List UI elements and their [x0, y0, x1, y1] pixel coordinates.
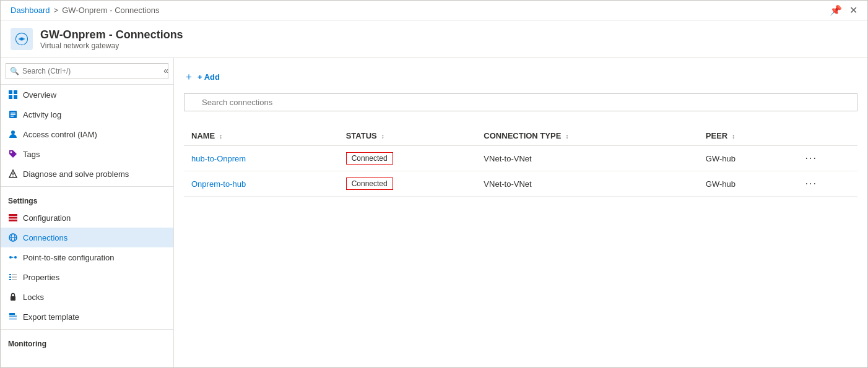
row2-peer: GW-hub — [698, 171, 798, 197]
sidebar-item-connections[interactable]: Connections — [1, 228, 173, 247]
table-row: Onprem-to-hub Connected VNet-to-VNet GW-… — [184, 171, 857, 197]
tags-icon — [8, 149, 18, 159]
col-actions — [797, 126, 857, 146]
svg-point-20 — [9, 256, 12, 259]
svg-rect-26 — [12, 276, 17, 278]
name-sort-icon[interactable]: ↕ — [219, 133, 222, 140]
search-icon: 🔍 — [10, 67, 19, 75]
svg-rect-32 — [9, 318, 17, 320]
table-row: hub-to-Onprem Connected VNet-to-VNet GW-… — [184, 146, 857, 171]
overview-icon — [8, 90, 18, 100]
top-bar-actions: 📌 ✕ — [830, 4, 857, 16]
connections-search-input[interactable] — [184, 93, 857, 111]
diagnose-icon — [8, 169, 18, 179]
header-text: GW-Onprem - Connections Virtual network … — [40, 28, 183, 50]
status-badge: Connected — [346, 178, 393, 190]
svg-rect-4 — [9, 95, 12, 99]
row1-actions: ··· — [797, 146, 857, 171]
top-bar: Dashboard > GW-Onprem - Connections 📌 ✕ — [1, 1, 867, 20]
svg-rect-28 — [12, 279, 17, 280]
svg-rect-12 — [12, 173, 14, 175]
status-badge: Connected — [346, 152, 393, 165]
add-button[interactable]: ＋ + Add — [184, 68, 220, 86]
svg-point-1 — [20, 38, 23, 40]
row1-status: Connected — [339, 146, 477, 171]
connections-icon — [8, 233, 18, 242]
table-header-row: NAME ↕ STATUS ↕ CONNECTION TYPE ↕ PEER — [184, 126, 857, 146]
row2-actions: ··· — [797, 171, 857, 197]
svg-point-10 — [11, 131, 15, 134]
svg-rect-13 — [12, 176, 14, 177]
row2-ellipsis-button[interactable]: ··· — [805, 178, 817, 189]
sidebar-item-iam[interactable]: Access control (IAM) — [1, 124, 173, 144]
configuration-icon — [8, 213, 18, 223]
activity-log-icon — [8, 109, 18, 119]
col-name: NAME ↕ — [184, 126, 339, 146]
sidebar-search-input[interactable] — [6, 63, 168, 79]
connection-type-sort-icon[interactable]: ↕ — [565, 133, 568, 140]
settings-divider — [1, 186, 173, 187]
sidebar-item-iam-label: Access control (IAM) — [23, 130, 97, 139]
sidebar-item-diagnose[interactable]: Diagnose and solve problems — [1, 164, 173, 184]
sidebar-item-configuration[interactable]: Configuration — [1, 208, 173, 228]
col-status: STATUS ↕ — [339, 126, 477, 146]
row1-connection-type: VNet-to-VNet — [476, 146, 698, 171]
breadcrumb: Dashboard > GW-Onprem - Connections — [11, 6, 159, 15]
table-header: NAME ↕ STATUS ↕ CONNECTION TYPE ↕ PEER — [184, 126, 857, 146]
settings-section-header: Settings — [1, 189, 173, 208]
row2-status: Connected — [339, 171, 477, 197]
p2s-icon — [8, 252, 18, 262]
main-layout: 🔍 « Overview Activity log — [1, 58, 867, 367]
sidebar-item-tags[interactable]: Tags — [1, 144, 173, 164]
col-peer: PEER ↕ — [698, 126, 798, 146]
svg-rect-31 — [9, 315, 17, 317]
monitoring-divider — [1, 329, 173, 330]
sidebar-item-overview[interactable]: Overview — [1, 85, 173, 105]
svg-rect-5 — [14, 95, 17, 99]
breadcrumb-separator: > — [54, 6, 59, 15]
sidebar-search-container: 🔍 — [1, 58, 173, 85]
col-connection-type: CONNECTION TYPE ↕ — [476, 126, 698, 146]
svg-rect-2 — [9, 90, 12, 94]
sidebar-item-configuration-label: Configuration — [23, 213, 71, 223]
row1-ellipsis-button[interactable]: ··· — [805, 153, 817, 164]
sidebar-item-activity-log[interactable]: Activity log — [1, 105, 173, 124]
svg-rect-7 — [11, 113, 15, 114]
locks-icon — [8, 292, 18, 302]
sidebar-item-properties[interactable]: Properties — [1, 267, 173, 287]
svg-rect-14 — [9, 214, 17, 216]
iam-icon — [8, 129, 18, 139]
svg-point-11 — [11, 152, 12, 153]
content-area: ＋ + Add 🔍 NAME ↕ STATUS ↕ — [174, 58, 867, 367]
svg-rect-9 — [11, 116, 14, 117]
sidebar-item-p2s-label: Point-to-site configuration — [23, 253, 114, 262]
sidebar-item-connections-label: Connections — [23, 233, 67, 242]
search-wrapper: 🔍 — [6, 63, 168, 79]
svg-rect-23 — [9, 274, 11, 275]
export-icon — [8, 312, 18, 322]
breadcrumb-current: GW-Onprem - Connections — [62, 6, 159, 15]
svg-rect-16 — [9, 220, 17, 221]
sidebar-item-locks[interactable]: Locks — [1, 287, 173, 307]
sidebar-item-p2s[interactable]: Point-to-site configuration — [1, 247, 173, 267]
svg-rect-27 — [9, 279, 11, 280]
connections-search-wrapper: 🔍 — [184, 93, 857, 119]
sidebar-item-export[interactable]: Export template — [1, 307, 173, 327]
monitoring-section-header: Monitoring — [1, 332, 173, 351]
row2-name[interactable]: Onprem-to-hub — [184, 171, 339, 197]
svg-rect-15 — [9, 217, 17, 219]
resource-icon — [11, 28, 33, 50]
svg-rect-30 — [9, 313, 15, 315]
sidebar-collapse-button[interactable]: « — [163, 66, 168, 75]
status-sort-icon[interactable]: ↕ — [381, 133, 384, 140]
sidebar-item-overview-label: Overview — [23, 90, 56, 100]
peer-sort-icon[interactable]: ↕ — [732, 133, 735, 140]
breadcrumb-dashboard[interactable]: Dashboard — [11, 6, 50, 15]
close-icon[interactable]: ✕ — [849, 4, 857, 16]
main-window: Dashboard > GW-Onprem - Connections 📌 ✕ … — [0, 0, 868, 368]
sidebar-item-export-label: Export template — [23, 312, 79, 322]
sidebar-item-properties-label: Properties — [23, 273, 59, 282]
row1-name[interactable]: hub-to-Onprem — [184, 146, 339, 171]
sidebar-item-diagnose-label: Diagnose and solve problems — [23, 169, 129, 179]
pin-icon[interactable]: 📌 — [830, 4, 842, 16]
